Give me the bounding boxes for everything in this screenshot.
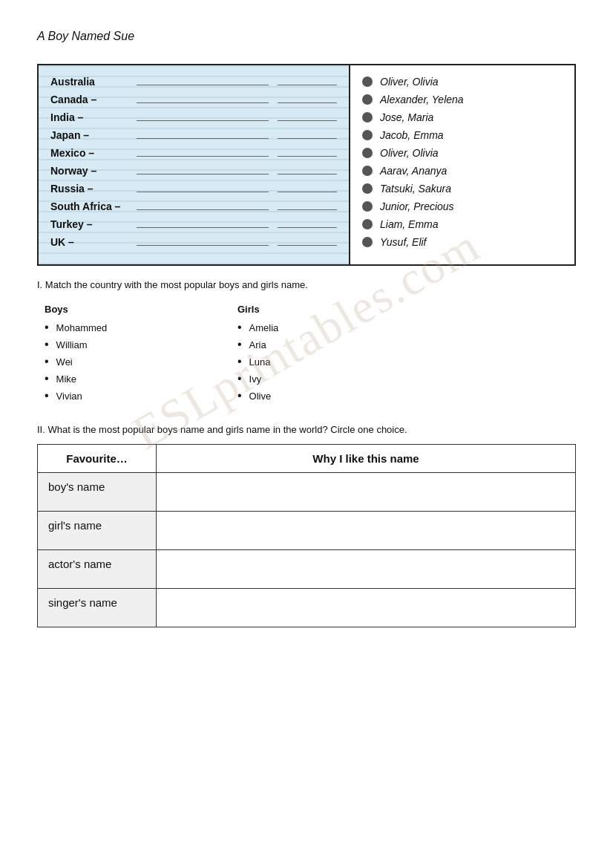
bullet-icon [362, 130, 373, 140]
blank-line[interactable] [137, 120, 269, 121]
blank-line-2[interactable] [278, 138, 337, 139]
bullet-icon [362, 148, 373, 158]
girls-list: Girls AmeliaAriaLunaIvyOlive [237, 304, 430, 406]
why-value[interactable] [157, 512, 576, 550]
country-name: South Africa – [50, 200, 132, 212]
bullet-icon [362, 166, 373, 176]
blank-line-2[interactable] [278, 156, 337, 157]
country-name: Norway – [50, 165, 132, 177]
boys-list: Boys MohammedWilliamWeiMikeVivian [45, 304, 237, 406]
girls-items: AmeliaAriaLunaIvyOlive [237, 321, 430, 402]
name-text: Liam, Emma [380, 218, 439, 230]
list-item: Mike [45, 372, 237, 385]
bullet-icon [362, 219, 373, 229]
country-name: Canada – [50, 94, 132, 105]
name-row: Alexander, Yelena [362, 94, 563, 105]
list-item: Wei [45, 355, 237, 368]
blank-line-2[interactable] [278, 174, 337, 174]
bullet-icon [362, 76, 373, 87]
name-text: Aarav, Ananya [380, 165, 447, 177]
list-item: Olive [237, 389, 430, 402]
section-ii-label: II. What is the most popular boys name a… [37, 424, 576, 435]
country-row: Australia [50, 76, 337, 88]
blank-line-2[interactable] [278, 120, 337, 121]
name-row: Liam, Emma [362, 218, 563, 230]
blank-line[interactable] [137, 156, 269, 157]
bullet-icon [362, 112, 373, 123]
why-value[interactable] [157, 473, 576, 512]
table-body: boy's namegirl's nameactor's namesinger'… [38, 473, 576, 627]
boys-header: Boys [45, 304, 237, 315]
country-name: Mexico – [50, 147, 132, 159]
country-name: India – [50, 111, 132, 123]
favourite-table: Favourite… Why I like this name boy's na… [37, 444, 576, 627]
country-row: South Africa – [50, 200, 337, 212]
blank-line[interactable] [137, 138, 269, 139]
countries-column: AustraliaCanada –India –Japan –Mexico –N… [39, 65, 350, 264]
blank-line-2[interactable] [278, 209, 337, 210]
list-item: Luna [237, 355, 430, 368]
section-i-label: I. Match the country with the most popul… [37, 279, 576, 290]
country-row: India – [50, 111, 337, 123]
list-item: Amelia [237, 321, 430, 334]
blank-line-2[interactable] [278, 245, 337, 246]
country-row: Mexico – [50, 147, 337, 159]
blank-line[interactable] [137, 102, 269, 103]
boys-items: MohammedWilliamWeiMikeVivian [45, 321, 237, 402]
favourite-label: girl's name [38, 512, 157, 550]
blank-line[interactable] [137, 209, 269, 210]
why-value[interactable] [157, 550, 576, 589]
name-text: Alexander, Yelena [380, 94, 464, 105]
name-row: Jacob, Emma [362, 129, 563, 141]
match-box: AustraliaCanada –India –Japan –Mexico –N… [37, 64, 576, 266]
name-text: Jose, Maria [380, 111, 433, 123]
name-text: Oliver, Olivia [380, 76, 439, 88]
girls-header: Girls [237, 304, 430, 315]
favourite-label: boy's name [38, 473, 157, 512]
table-row: actor's name [38, 550, 576, 589]
list-item: William [45, 338, 237, 351]
name-text: Jacob, Emma [380, 129, 444, 141]
country-row: Turkey – [50, 218, 337, 230]
country-row: Canada – [50, 94, 337, 105]
country-row: UK – [50, 236, 337, 248]
bullet-icon [362, 237, 373, 247]
table-row: girl's name [38, 512, 576, 550]
blank-line-2[interactable] [278, 102, 337, 103]
bullet-icon [362, 201, 373, 212]
page-title: A Boy Named Sue [37, 30, 576, 43]
names-column: Oliver, OliviaAlexander, YelenaJose, Mar… [350, 65, 574, 264]
blank-line[interactable] [137, 245, 269, 246]
name-row: Junior, Precious [362, 200, 563, 212]
list-item: Mohammed [45, 321, 237, 334]
blank-line-2[interactable] [278, 192, 337, 192]
favourite-label: actor's name [38, 550, 157, 589]
name-row: Oliver, Olivia [362, 76, 563, 88]
name-text: Oliver, Olivia [380, 147, 439, 159]
blank-line[interactable] [137, 227, 269, 228]
blank-line[interactable] [137, 174, 269, 174]
name-row: Oliver, Olivia [362, 147, 563, 159]
blank-line[interactable] [137, 192, 269, 192]
country-name: UK – [50, 236, 132, 248]
name-text: Yusuf, Elif [380, 236, 427, 248]
bullet-icon [362, 183, 373, 194]
country-name: Australia [50, 76, 132, 88]
country-row: Russia – [50, 183, 337, 195]
section-i-columns: Boys MohammedWilliamWeiMikeVivian Girls … [37, 304, 576, 406]
bullet-icon [362, 94, 373, 105]
name-row: Jose, Maria [362, 111, 563, 123]
country-row: Norway – [50, 165, 337, 177]
list-item: Vivian [45, 389, 237, 402]
country-name: Turkey – [50, 218, 132, 230]
list-item: Aria [237, 338, 430, 351]
name-row: Tatsuki, Sakura [362, 183, 563, 195]
blank-line-2[interactable] [278, 85, 337, 85]
why-value[interactable] [157, 589, 576, 627]
blank-line-2[interactable] [278, 227, 337, 228]
country-name: Russia – [50, 183, 132, 195]
blank-line[interactable] [137, 85, 269, 85]
table-row: boy's name [38, 473, 576, 512]
list-item: Ivy [237, 372, 430, 385]
country-row: Japan – [50, 129, 337, 141]
